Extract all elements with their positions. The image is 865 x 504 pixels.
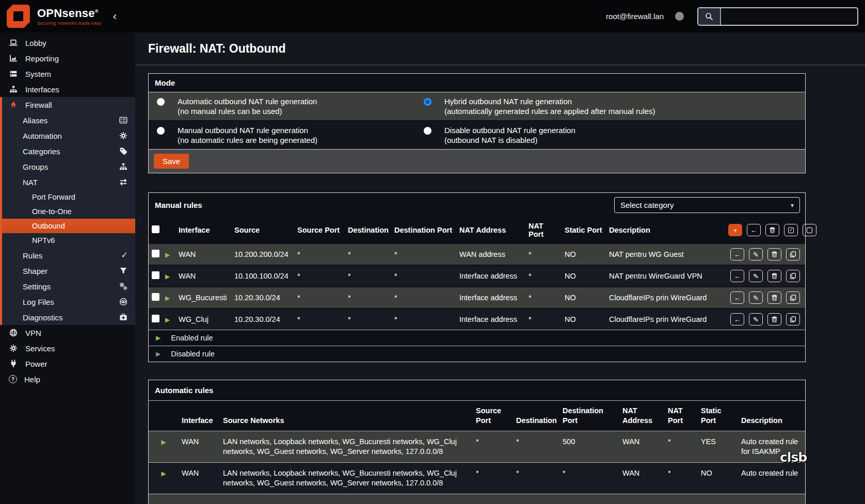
- save-button[interactable]: Save: [154, 154, 189, 169]
- col-static-port: Static Port: [562, 217, 606, 243]
- opnsense-logo[interactable]: [7, 5, 30, 28]
- mode-option-disable[interactable]: Disable outbound NAT rule generation (ou…: [415, 125, 805, 145]
- sidebar-item-shaper[interactable]: Shaper: [2, 263, 135, 279]
- mode-option-automatic[interactable]: Automatic outbound NAT rule generation (…: [149, 96, 415, 116]
- sidebar-item-port-forward[interactable]: Port Forward: [2, 190, 135, 204]
- clone-rule-button[interactable]: [786, 248, 800, 261]
- delete-selected-button[interactable]: [765, 224, 779, 236]
- sidebar-item-power[interactable]: Power: [0, 356, 135, 371]
- radio-checked[interactable]: [424, 98, 431, 106]
- col-interface: Interface: [179, 401, 220, 431]
- globe-icon: [9, 329, 18, 337]
- enabled-rule-icon[interactable]: ▶: [165, 273, 170, 280]
- row-checkbox[interactable]: [152, 271, 159, 279]
- sidebar-item-interfaces[interactable]: Interfaces: [0, 82, 135, 97]
- manual-rules-title: Manual rules: [155, 201, 202, 209]
- sidebar-collapse-chevron-icon[interactable]: ‹: [113, 11, 117, 22]
- trash-icon: [771, 251, 778, 258]
- edit-rule-button[interactable]: ✎: [749, 291, 763, 304]
- check-icon: ✓: [121, 251, 128, 259]
- logged-in-user[interactable]: root@firewall.lan: [606, 12, 664, 21]
- move-rule-button[interactable]: ←: [730, 291, 744, 304]
- sidebar-item-log-files[interactable]: Log Files: [2, 294, 135, 310]
- clone-rule-button[interactable]: [786, 270, 800, 282]
- category-select[interactable]: Select category ▾: [614, 197, 800, 213]
- mode-panel: Mode Automatic outbound NAT rule generat…: [148, 73, 806, 173]
- col-nat-port: NAT Port: [525, 217, 562, 243]
- row-checkbox[interactable]: [152, 315, 159, 322]
- col-source: Source: [231, 217, 294, 243]
- disabled-rule-icon: ▶: [156, 350, 161, 357]
- row-checkbox[interactable]: [152, 293, 159, 301]
- sidebar-item-help[interactable]: Help: [0, 371, 135, 387]
- sidebar-item-vpn[interactable]: VPN: [0, 325, 135, 340]
- enable-selected-button[interactable]: ✓: [784, 224, 798, 236]
- sidebar-item-diagnostics[interactable]: Diagnostics: [2, 310, 135, 325]
- sidebar-item-rules[interactable]: Rules ✓: [2, 248, 135, 263]
- search-button[interactable]: [698, 8, 721, 25]
- delete-rule-button[interactable]: [767, 313, 781, 326]
- watermark: clsb: [780, 450, 807, 465]
- sidebar-item-nat[interactable]: NAT: [2, 174, 135, 190]
- sidebar-item-firewall[interactable]: Firewall: [2, 97, 135, 112]
- pencil-icon: ✎: [753, 272, 759, 280]
- col-destination: Destination: [345, 217, 391, 243]
- search-input[interactable]: [721, 8, 857, 25]
- trash-icon: [769, 226, 776, 234]
- delete-rule-button[interactable]: [767, 248, 781, 261]
- clone-rule-button[interactable]: [786, 313, 800, 326]
- sitemap-icon: [119, 162, 128, 171]
- sidebar-item-one-to-one[interactable]: One-to-One: [2, 204, 135, 219]
- question-circle-icon: [9, 375, 17, 383]
- sidebar-item-reporting[interactable]: Reporting: [0, 51, 135, 66]
- table-row: ▶ WAN LAN networks, Loopback networks, W…: [149, 463, 805, 494]
- sidebar-item-outbound[interactable]: Outbound: [2, 219, 135, 233]
- clone-rule-button[interactable]: [786, 291, 800, 304]
- move-rule-button[interactable]: ←: [730, 270, 744, 282]
- mode-panel-title: Mode: [149, 74, 805, 92]
- edit-rule-button[interactable]: ✎: [749, 270, 763, 282]
- disable-selected-button[interactable]: [803, 224, 816, 236]
- exchange-icon: [119, 178, 128, 186]
- sidebar-item-system[interactable]: System: [0, 66, 135, 82]
- sidebar-item-groups[interactable]: Groups: [2, 159, 135, 174]
- sidebar-item-categories[interactable]: Categories: [2, 143, 135, 159]
- trash-icon: [771, 316, 778, 323]
- delete-rule-button[interactable]: [767, 270, 781, 282]
- enabled-rule-icon[interactable]: ▶: [165, 316, 170, 323]
- sidebar-item-settings[interactable]: Settings: [2, 279, 135, 294]
- edit-rule-button[interactable]: ✎: [749, 248, 763, 261]
- enabled-rule-icon[interactable]: ▶: [165, 295, 170, 302]
- radio-unchecked[interactable]: [424, 127, 431, 135]
- sidebar-item-lobby[interactable]: Lobby: [0, 35, 135, 51]
- enabled-rule-icon[interactable]: ▶: [165, 251, 170, 258]
- enabled-rule-icon: ▶: [156, 334, 161, 342]
- edit-rule-button[interactable]: ✎: [749, 313, 763, 326]
- add-rule-button[interactable]: +: [728, 224, 742, 236]
- flame-icon: [9, 101, 18, 109]
- col-nat-address: NAT Address: [619, 401, 665, 431]
- move-rule-button[interactable]: ←: [730, 313, 744, 326]
- sidebar-item-services[interactable]: Services: [0, 340, 135, 356]
- radio-unchecked[interactable]: [157, 98, 165, 106]
- select-all-checkbox[interactable]: [152, 225, 159, 233]
- mode-option-manual[interactable]: Manual outbound NAT rule generation (no …: [149, 125, 415, 145]
- table-row: [149, 494, 805, 504]
- sidebar-item-nptv6[interactable]: NPTv6: [2, 233, 135, 248]
- move-rule-button[interactable]: ←: [730, 248, 744, 261]
- delete-rule-button[interactable]: [767, 291, 781, 304]
- move-selected-button[interactable]: ←: [747, 224, 761, 236]
- sidebar-item-aliases[interactable]: Aliases: [2, 112, 135, 128]
- tag-icon: [119, 147, 128, 155]
- row-checkbox[interactable]: [152, 250, 159, 257]
- col-destination-port: Destination Port: [391, 217, 456, 243]
- search-box: [697, 7, 858, 26]
- sidebar: Lobby Reporting System Interfaces Firewa…: [0, 32, 135, 504]
- radio-unchecked[interactable]: [157, 127, 165, 135]
- mode-option-hybrid[interactable]: Hybrid outbound NAT rule generation (aut…: [415, 96, 805, 116]
- sidebar-item-automation[interactable]: Automation: [2, 128, 135, 143]
- table-row: ▶ WAN 10.200.200.0/24 * * * WAN address …: [149, 243, 805, 265]
- copy-icon: [790, 272, 796, 280]
- brand-tagline: Securing networks made easy: [37, 21, 102, 26]
- enabled-rule-icon: ▶: [161, 438, 166, 446]
